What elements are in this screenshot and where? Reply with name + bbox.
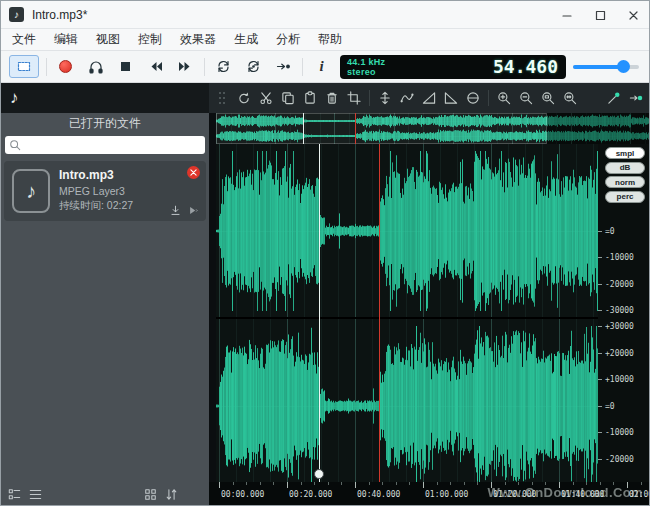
arrow-to-dot-icon	[276, 59, 291, 74]
undo-icon[interactable]	[237, 91, 251, 105]
info-button[interactable]: i	[310, 55, 333, 79]
app-window: ♪ Intro.mp3* 文件编辑视图控制效果器生成分析帮助	[0, 0, 650, 506]
minimize-button[interactable]	[550, 1, 583, 28]
cut-icon[interactable]	[259, 91, 273, 105]
selection-tool-button[interactable]	[9, 55, 39, 78]
scale-mode-button[interactable]: dB	[605, 162, 645, 174]
timeline-tick	[423, 482, 424, 488]
waveform-main[interactable]	[216, 144, 598, 482]
music-note-icon: ♪	[10, 88, 19, 108]
close-icon	[190, 169, 197, 176]
grid-view-icon[interactable]	[144, 488, 157, 501]
export-download-icon[interactable]	[170, 205, 181, 216]
timeline-tick	[314, 482, 315, 485]
normalize-icon[interactable]	[466, 91, 480, 105]
menu-item[interactable]: 生成	[225, 28, 267, 51]
marker-tool-icon[interactable]	[607, 91, 621, 105]
drag-handle-icon[interactable]	[215, 91, 229, 105]
fade-out-icon[interactable]	[444, 91, 458, 105]
file-music-note-icon: ♪	[12, 169, 50, 213]
sort-icon[interactable]	[165, 488, 178, 501]
close-button[interactable]	[616, 1, 649, 28]
scale-tick-label: -20000	[605, 280, 634, 289]
search-box[interactable]	[5, 136, 205, 154]
scale-tick	[598, 326, 602, 327]
menu-item[interactable]: 帮助	[309, 28, 351, 51]
skip-back-icon	[148, 59, 164, 74]
scale-mode-button[interactable]: norm	[605, 176, 645, 188]
marker-goto-icon[interactable]	[629, 91, 643, 105]
scale-tick-label: -10000	[605, 253, 634, 262]
timeline-tick	[233, 482, 234, 485]
zoom-fit-icon[interactable]	[563, 91, 577, 105]
zoom-selection-icon[interactable]	[541, 91, 555, 105]
scale-tick	[598, 284, 602, 285]
envelope-icon[interactable]	[400, 91, 414, 105]
stop-button[interactable]	[114, 55, 137, 79]
timeline-tick	[369, 482, 370, 485]
scale-tick	[598, 310, 602, 311]
skip-back-button[interactable]	[144, 55, 167, 79]
skip-forward-button[interactable]	[174, 55, 197, 79]
menu-item[interactable]: 分析	[267, 28, 309, 51]
playhead-line[interactable]	[319, 144, 320, 482]
maximize-button[interactable]	[583, 1, 616, 28]
file-info: Intro.mp3 MPEG Layer3 持续时间: 02:27	[59, 168, 133, 214]
volume-slider[interactable]	[573, 60, 639, 73]
toolbar-separator	[204, 58, 205, 76]
timeline-label: 01:00.000	[425, 490, 468, 499]
file-format: MPEG Layer3	[59, 185, 133, 197]
close-file-button[interactable]	[187, 166, 200, 179]
volume-knob[interactable]	[617, 60, 630, 73]
amplify-icon[interactable]	[378, 91, 392, 105]
fade-in-icon[interactable]	[422, 91, 436, 105]
zoom-out-icon[interactable]	[519, 91, 533, 105]
list-view-icon[interactable]	[29, 488, 42, 501]
zoom-in-icon[interactable]	[497, 91, 511, 105]
scale-mode-button[interactable]: perc	[605, 191, 645, 203]
loop-selection-button[interactable]	[242, 55, 265, 79]
scale-tick	[598, 459, 602, 460]
playhead-handle[interactable]	[314, 469, 324, 479]
toolbar-separator	[369, 90, 370, 106]
monitor-button[interactable]	[84, 55, 107, 79]
loop-selection-icon	[246, 59, 261, 74]
headphones-icon	[88, 59, 104, 75]
search-input[interactable]	[24, 137, 201, 153]
menu-item[interactable]: 效果器	[171, 28, 225, 51]
transport-toolbar: i 44.1 kHz stereo 54.460	[1, 51, 649, 83]
menu-item[interactable]: 控制	[129, 28, 171, 51]
panel-divider[interactable]	[209, 113, 216, 505]
scale-tick-label: +30000	[605, 322, 634, 331]
channel-mode-label: stereo	[347, 67, 385, 77]
info-icon: i	[319, 58, 323, 75]
marker-line[interactable]	[379, 144, 380, 482]
trim-icon[interactable]	[347, 91, 361, 105]
preview-play-icon[interactable]	[187, 205, 198, 216]
timeline-tick	[437, 482, 438, 485]
sidebar-header: 已打开的文件	[1, 113, 209, 133]
menu-item[interactable]: 视图	[87, 28, 129, 51]
menu-item[interactable]: 编辑	[45, 28, 87, 51]
file-list-item[interactable]: ♪ Intro.mp3 MPEG Layer3 持续时间: 02:27	[4, 161, 206, 221]
record-button[interactable]	[54, 55, 77, 79]
loop-button[interactable]	[212, 55, 235, 79]
sidebar-top-strip: ♪	[1, 83, 209, 113]
time-display[interactable]: 44.1 kHz stereo 54.460	[340, 55, 566, 79]
paste-icon[interactable]	[303, 91, 317, 105]
play-to-cursor-button[interactable]	[272, 55, 295, 79]
file-list: ♪ Intro.mp3 MPEG Layer3 持续时间: 02:27	[1, 161, 209, 221]
delete-icon[interactable]	[325, 91, 339, 105]
copy-icon[interactable]	[281, 91, 295, 105]
timeline-tick	[273, 482, 274, 485]
menu-item[interactable]: 文件	[3, 28, 45, 51]
file-duration: 持续时间: 02:27	[59, 199, 133, 213]
detail-view-icon[interactable]	[8, 488, 21, 501]
scale-tick-label: +20000	[605, 349, 634, 358]
waveform-overview[interactable]	[216, 113, 650, 144]
scale-mode-switcher: smpldBnormperc	[605, 147, 645, 205]
timeline-tick	[409, 482, 410, 485]
scale-mode-button[interactable]: smpl	[605, 147, 645, 159]
timeline-tick	[328, 482, 329, 485]
timeline-label: 00:20.000	[289, 490, 332, 499]
